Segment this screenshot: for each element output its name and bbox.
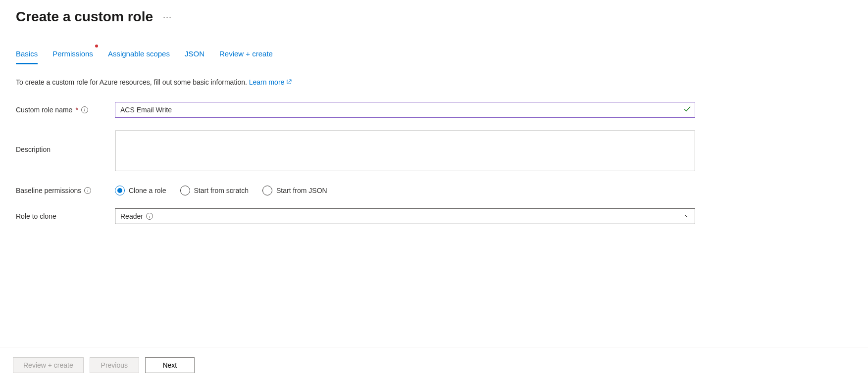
info-icon[interactable]: i <box>84 187 91 194</box>
footer-bar: Review + create Previous Next <box>0 347 868 383</box>
external-link-icon <box>286 78 292 86</box>
info-icon: i <box>146 213 153 220</box>
tab-label: Basics <box>16 49 38 58</box>
intro-text: To create a custom role for Azure resour… <box>16 78 852 86</box>
tab-assignable-scopes[interactable]: Assignable scopes <box>108 46 170 64</box>
radio-label: Clone a role <box>129 187 166 194</box>
tab-label: Review + create <box>219 49 273 58</box>
page-title: Create a custom role <box>16 9 153 25</box>
tab-basics[interactable]: Basics <box>16 46 38 64</box>
description-input[interactable] <box>115 131 695 171</box>
radio-start-scratch[interactable]: Start from scratch <box>180 186 249 195</box>
radio-clone-role[interactable]: Clone a role <box>115 186 166 195</box>
chevron-down-icon <box>684 212 690 220</box>
next-button[interactable]: Next <box>145 357 195 373</box>
tab-label: JSON <box>185 49 204 58</box>
radio-icon <box>115 186 125 195</box>
role-name-label: Custom role name <box>16 106 72 114</box>
role-to-clone-label: Role to clone <box>16 212 56 220</box>
select-value: Reader <box>120 212 143 220</box>
radio-start-json[interactable]: Start from JSON <box>262 186 327 195</box>
tab-json[interactable]: JSON <box>185 46 204 64</box>
radio-label: Start from JSON <box>276 187 327 194</box>
check-icon <box>683 105 691 115</box>
info-icon[interactable]: i <box>81 106 88 113</box>
more-options-icon[interactable]: ··· <box>163 12 172 22</box>
description-label: Description <box>16 145 51 153</box>
review-create-button: Review + create <box>13 357 84 373</box>
baseline-radio-group: Clone a role Start from scratch Start fr… <box>115 186 695 195</box>
radio-label: Start from scratch <box>194 187 249 194</box>
radio-icon <box>262 186 272 195</box>
tab-label: Assignable scopes <box>108 49 170 58</box>
tab-bar: Basics Permissions Assignable scopes JSO… <box>0 31 868 64</box>
tab-label: Permissions <box>52 49 93 58</box>
radio-icon <box>180 186 190 195</box>
learn-more-link[interactable]: Learn more <box>249 78 292 86</box>
role-name-input[interactable] <box>115 102 695 118</box>
tab-permissions[interactable]: Permissions <box>52 46 93 64</box>
previous-button: Previous <box>90 357 139 373</box>
baseline-label: Baseline permissions <box>16 187 81 194</box>
tab-review-create[interactable]: Review + create <box>219 46 273 64</box>
role-to-clone-select[interactable]: Reader i <box>115 208 695 224</box>
required-asterisk: * <box>75 106 78 114</box>
alert-dot-icon <box>95 45 98 48</box>
